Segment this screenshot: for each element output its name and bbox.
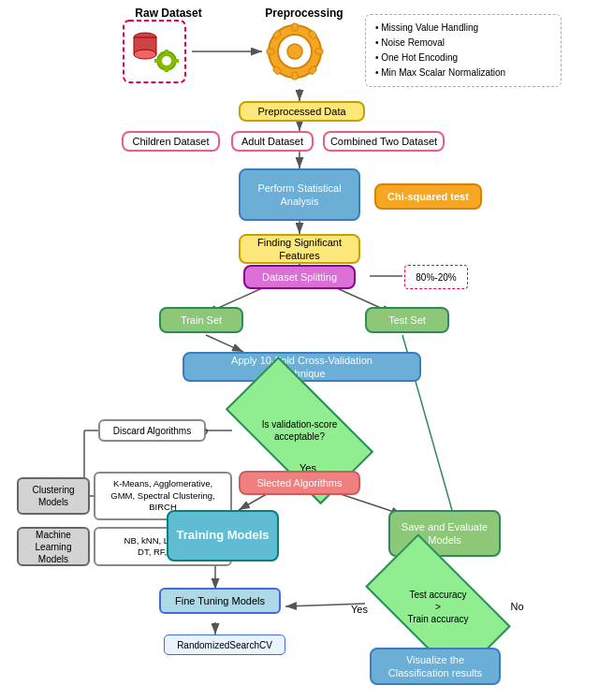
svg-rect-34 <box>165 50 168 54</box>
discard-algorithms-node: Discard Algorithms <box>98 419 206 442</box>
raw-dataset-icon <box>122 19 187 84</box>
svg-rect-44 <box>315 49 323 54</box>
ml-models-node: Machine Learning Models <box>17 527 90 566</box>
dataset-splitting-node: Dataset Splitting <box>243 265 356 289</box>
training-models-node: Training Models <box>167 510 279 561</box>
split-ratio-node: 80%-20% <box>404 265 468 289</box>
svg-rect-42 <box>292 72 298 80</box>
preprocessing-icon <box>262 19 328 84</box>
finding-features-node: Finding Significant Features <box>239 234 360 264</box>
selected-algorithms-node: Slected Algorithms <box>239 471 360 495</box>
clustering-models-node: Clustering Models <box>17 477 90 515</box>
preprocessed-data-node: Preprocessed Data <box>239 101 365 122</box>
train-set-node: Train Set <box>159 307 243 333</box>
test-train-diamond: Test accuracy > Train accuracy <box>373 569 504 644</box>
svg-rect-43 <box>267 49 274 54</box>
svg-rect-41 <box>292 23 298 31</box>
cross-validation-node: Apply 10-Fold Cross-Validation Technique <box>183 352 421 382</box>
combined-dataset-node: Combined Two Dataset <box>323 131 445 152</box>
svg-point-40 <box>287 44 302 59</box>
validation-diamond: Is validation-score acceptable? <box>232 393 367 468</box>
no-label-2: No <box>505 599 529 614</box>
fine-tuning-node: Fine Tuning Models <box>159 588 281 614</box>
svg-rect-35 <box>165 67 168 72</box>
statistical-analysis-node: Perform Statistical Analysis <box>239 168 360 221</box>
svg-rect-36 <box>154 59 159 63</box>
yes-label-2: Yes <box>346 602 373 617</box>
svg-line-13 <box>206 335 243 352</box>
children-dataset-node: Children Dataset <box>122 131 220 152</box>
svg-rect-37 <box>174 59 179 63</box>
visualize-node: Visualize the Classification results <box>370 648 501 685</box>
test-set-node: Test Set <box>365 307 449 333</box>
preprocessing-bullets: • Missing Value Handling • Noise Removal… <box>365 14 562 87</box>
svg-point-33 <box>162 56 171 66</box>
chi-squared-node: Chi-squared test <box>374 183 482 210</box>
adult-dataset-node: Adult Dataset <box>231 131 314 152</box>
randomized-search-node: RandomizedSearchCV <box>164 634 285 655</box>
svg-point-31 <box>134 50 156 59</box>
